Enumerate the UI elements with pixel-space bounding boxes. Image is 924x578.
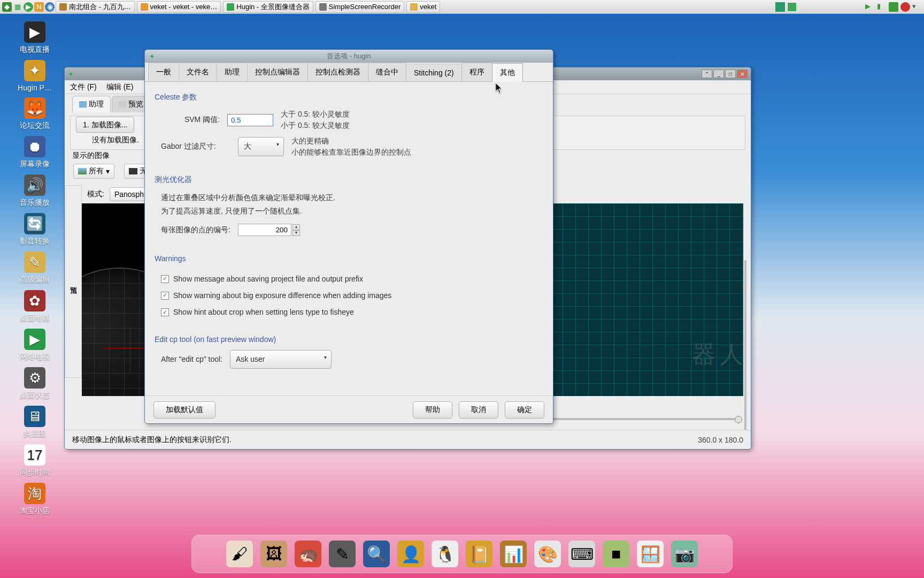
menu-edit[interactable]: 编辑 (E): [106, 82, 134, 92]
desktop-icon-3[interactable]: ⏺屏幕录像: [8, 136, 61, 169]
desktop-icon-2[interactable]: 🦊论坛交流: [8, 97, 61, 131]
dock-icon-8[interactable]: 📊: [500, 541, 527, 567]
prefs-titlebar[interactable]: ✦ 首选项 - hugin: [145, 50, 553, 63]
svm-hint-1: 大于 0.5: 较小灵敏度: [281, 109, 350, 120]
taskbar-item-3[interactable]: SimpleScreenRecorder: [315, 1, 404, 13]
desktop-icon-9[interactable]: ⚙桌面状态: [8, 367, 61, 400]
minimize-button[interactable]: _: [713, 70, 724, 78]
after-editcp-select[interactable]: Ask user: [230, 350, 332, 369]
system-tray: ▶ ▮ ▾: [775, 2, 922, 12]
points-input[interactable]: ▴▾: [238, 224, 300, 236]
load-images-button[interactable]: 1. 加载图像...: [76, 117, 134, 133]
cancel-button[interactable]: 取消: [459, 401, 498, 419]
maximize-button[interactable]: □: [725, 70, 736, 78]
desktop-icon-1[interactable]: ✦Hugin P…: [8, 60, 61, 92]
checkbox-exposure-warn[interactable]: ✓: [161, 292, 169, 300]
desktop-icon-0[interactable]: ▶电视直播: [8, 21, 61, 55]
tab-assistant[interactable]: 助理: [72, 96, 111, 112]
hugin-app-icon: ✦: [68, 70, 74, 78]
svm-threshold-label: SVM 阈值:: [161, 113, 220, 126]
tray-play-icon[interactable]: ▶: [865, 2, 875, 12]
play-icon[interactable]: ▶: [24, 2, 33, 12]
prefs-tab-0[interactable]: 一般: [148, 63, 179, 81]
points-label: 每张图像的点的编号:: [161, 223, 230, 237]
fold-button[interactable]: ⌃: [702, 70, 712, 78]
prefs-tab-7[interactable]: 程序: [461, 63, 492, 81]
taskbar-item-2[interactable]: Hugin - 全景图像缝合器: [223, 1, 313, 13]
tray-expand-icon[interactable]: [775, 2, 785, 12]
tray-record-icon[interactable]: [900, 2, 910, 12]
desktop-icon-5[interactable]: 🔄影音转换: [8, 213, 61, 246]
dock-icon-5[interactable]: 👤: [397, 541, 424, 567]
hugin-app-icon: ✦: [149, 52, 155, 60]
taskbar-item-1[interactable]: veket - veket - veke…: [137, 1, 221, 13]
prefs-tab-3[interactable]: 控制点编辑器: [247, 63, 308, 81]
ok-button[interactable]: 确定: [505, 401, 544, 419]
dock-icon-13[interactable]: 📷: [671, 541, 698, 567]
photometric-group-title: 测光优化器: [155, 175, 543, 185]
browser-icon[interactable]: ◉: [45, 2, 55, 12]
desktop-icon-10[interactable]: 🖥换底图: [8, 406, 61, 439]
dock-icon-7[interactable]: 📔: [466, 541, 492, 567]
all-selector[interactable]: 所有 ▾: [73, 164, 114, 179]
tray-workspace-icon[interactable]: [787, 2, 797, 12]
prefs-tab-1[interactable]: 文件名: [179, 63, 217, 81]
app-launcher-icon[interactable]: ▦: [13, 2, 22, 12]
photometric-desc-1: 通过在重叠区域中分析颜色值来确定渐晕和曝光校正.: [161, 191, 537, 204]
prefs-title: 首选项 - hugin: [327, 51, 371, 61]
preferences-dialog: ✦ 首选项 - hugin 一般文件名助理控制点编辑器控制点检测器缝合中Stit…: [144, 49, 553, 424]
svm-threshold-input[interactable]: [227, 114, 273, 126]
desktop-icon-12[interactable]: 淘淘宝小店: [8, 483, 61, 516]
desktop-icon-6[interactable]: ✎高级编辑: [8, 252, 61, 285]
dock-icon-11[interactable]: ■: [603, 541, 629, 567]
footer-dimensions: 360.0 x 180.0: [698, 436, 743, 444]
photometric-desc-2: 为了提高运算速度, 只使用了一个随机点集.: [161, 204, 537, 218]
help-button[interactable]: 帮助: [413, 401, 452, 419]
mode-label: 模式:: [87, 189, 104, 199]
taskbar: ◆ ▦ ▶ N ◉ 南北组合 - 九百九…veket - veket - vek…: [0, 0, 924, 14]
tray-signal-icon[interactable]: ▮: [877, 2, 887, 12]
taskbar-item-4[interactable]: veket: [406, 1, 440, 13]
prefs-tabs: 一般文件名助理控制点编辑器控制点检测器缝合中Stitching (2)程序其他: [145, 63, 553, 82]
editcp-group-title: Edit cp tool (on fast preview window): [155, 335, 543, 344]
desktop-icon-11[interactable]: 17同步时间: [8, 444, 61, 477]
dock-icon-9[interactable]: 🎨: [534, 541, 561, 567]
prefs-tab-5[interactable]: 缝合中: [368, 63, 406, 81]
prefs-tab-2[interactable]: 助理: [217, 63, 248, 81]
globe-icon[interactable]: N: [34, 2, 44, 12]
desktop-icon-7[interactable]: ✿桌面维基: [8, 290, 61, 323]
prefs-tab-4[interactable]: 控制点检测器: [307, 63, 368, 81]
taskbar-item-0[interactable]: 南北组合 - 九百九…: [56, 1, 135, 13]
desktop-icon-8[interactable]: ▶网络电视: [8, 329, 61, 362]
spin-down-icon[interactable]: ▾: [292, 230, 300, 236]
celeste-group-title: Celeste 参数: [155, 93, 543, 102]
load-defaults-button[interactable]: 加载默认值: [153, 401, 215, 419]
check-label-1: Show message about saving project file a…: [173, 272, 363, 286]
after-editcp-label: After "edit cp" tool:: [161, 353, 222, 366]
desktop-icons: ▶电视直播✦Hugin P…🦊论坛交流⏺屏幕录像🔊音乐播放🔄影音转换✎高级编辑✿…: [5, 21, 64, 516]
dock-icon-0[interactable]: 🖌: [226, 541, 253, 567]
vertical-slider[interactable]: [742, 260, 749, 442]
gabor-select[interactable]: 大: [238, 137, 284, 156]
prefs-tab-8[interactable]: 其他: [492, 63, 523, 82]
dock-icon-2[interactable]: 🦔: [295, 541, 321, 567]
close-button[interactable]: ✕: [737, 70, 748, 78]
preview-section-label: 预览: [65, 185, 82, 378]
dock-icon-4[interactable]: 🔍: [363, 541, 390, 567]
footer-hint: 移动图像上的鼠标或者图像上的按钮来识别它们.: [72, 435, 232, 445]
start-icon[interactable]: ◆: [2, 2, 12, 12]
tray-battery-icon[interactable]: [889, 2, 898, 12]
desktop-icon-4[interactable]: 🔊音乐播放: [8, 174, 61, 208]
gabor-hint-1: 大的更精确: [291, 135, 411, 147]
checkbox-crop-hint[interactable]: ✓: [161, 308, 169, 316]
dock-icon-6[interactable]: 🐧: [432, 541, 458, 567]
prefs-tab-6[interactable]: Stitching (2): [406, 64, 462, 81]
menu-file[interactable]: 文件 (F): [70, 82, 97, 92]
svm-hint-2: 小于 0.5: 较大灵敏度: [281, 120, 350, 131]
dock-icon-1[interactable]: 🖼: [260, 541, 287, 567]
dock-icon-3[interactable]: ✎: [329, 541, 356, 567]
checkbox-save-msg[interactable]: ✓: [161, 275, 169, 283]
dock-icon-10[interactable]: ⌨: [568, 541, 595, 567]
dock-icon-12[interactable]: 🪟: [637, 541, 664, 567]
tray-menu-icon[interactable]: ▾: [912, 2, 922, 12]
